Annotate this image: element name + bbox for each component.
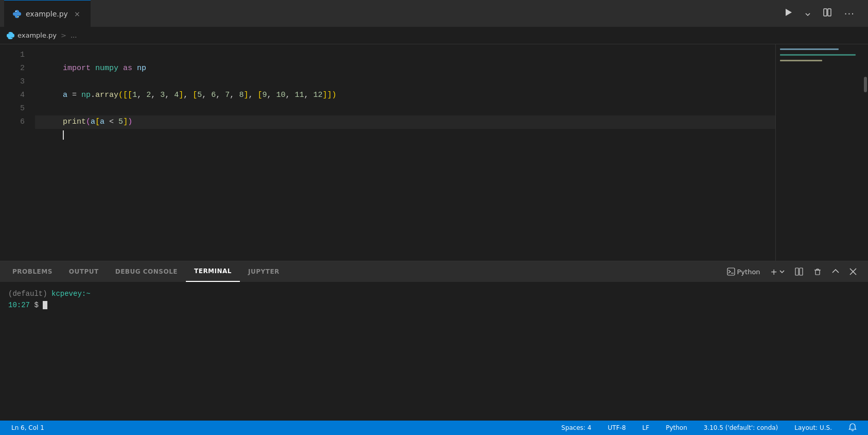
split-terminal-icon — [795, 267, 803, 276]
breadcrumb-python-icon — [6, 31, 14, 40]
tab-output[interactable]: OUTPUT — [61, 261, 107, 282]
terminal-icon — [727, 267, 735, 276]
chevron-down-icon — [805, 12, 810, 17]
status-version[interactable]: 3.10.5 ('default': conda) — [701, 423, 782, 432]
close-panel-button[interactable] — [846, 266, 860, 277]
line-numbers: 1 2 3 4 5 6 — [0, 44, 31, 261]
terminal-time: 10:27 — [8, 301, 30, 309]
tab-problems[interactable]: PROBLEMS — [4, 261, 61, 282]
close-icon — [849, 268, 857, 275]
python-icon — [12, 9, 22, 19]
maximize-panel-button[interactable] — [829, 266, 842, 277]
tab-list: example.py × — [4, 0, 91, 27]
panel-actions: Python + — [724, 265, 864, 278]
panel-tab-bar: PROBLEMS OUTPUT DEBUG CONSOLE TERMINAL J… — [0, 261, 868, 282]
code-line-5: print(a[a < 5]) — [35, 102, 775, 115]
svg-rect-8 — [800, 268, 803, 275]
code-line-6 — [35, 115, 775, 129]
svg-marker-2 — [786, 9, 792, 16]
terminal-line-2: 10:27 $ — [8, 299, 860, 311]
tab-jupyter[interactable]: JUPYTER — [240, 261, 288, 282]
run-icon — [784, 8, 793, 17]
tab-debug-console[interactable]: DEBUG CONSOLE — [107, 261, 186, 282]
terminal-line-1: (default) kcpevey:~ — [8, 288, 860, 299]
terminal-default-label: (default) — [8, 290, 51, 298]
code-line-1: import numpy as np — [35, 48, 775, 62]
terminal-username: kcpevey:~ — [51, 290, 91, 298]
more-actions-button[interactable]: ··· — [841, 6, 858, 21]
terminal-content[interactable]: (default) kcpevey:~ 10:27 $ — [0, 282, 868, 421]
status-spaces[interactable]: Spaces: 4 — [558, 423, 594, 432]
run-dropdown-button[interactable] — [802, 6, 813, 21]
breadcrumb-filename[interactable]: example.py — [18, 31, 57, 39]
code-line-2 — [35, 62, 775, 75]
svg-rect-7 — [795, 268, 798, 275]
tab-filename: example.py — [26, 10, 68, 18]
kill-terminal-button[interactable] — [810, 266, 825, 277]
status-bell[interactable] — [845, 422, 860, 434]
terminal-cursor — [43, 301, 47, 309]
split-icon — [823, 8, 832, 17]
status-layout[interactable]: Layout: U.S. — [791, 423, 835, 432]
split-editor-button[interactable] — [820, 6, 835, 21]
tab-terminal[interactable]: TERMINAL — [186, 261, 240, 282]
minimap — [775, 44, 868, 261]
status-ln-col[interactable]: Ln 6, Col 1 — [8, 423, 47, 432]
svg-rect-9 — [815, 270, 820, 275]
editor-scrollbar[interactable] — [863, 44, 868, 261]
chevron-down-small-icon — [779, 269, 785, 274]
tab-close-button[interactable]: × — [72, 9, 82, 19]
run-button[interactable] — [780, 6, 796, 21]
code-editor[interactable]: import numpy as np a = np.array([[1, 2, … — [31, 44, 775, 261]
status-language[interactable]: Python — [663, 423, 690, 432]
tab-example-py[interactable]: example.py × — [4, 0, 91, 27]
plus-icon: + — [771, 267, 777, 277]
code-line-3: a = np.array([[1, 2, 3, 4], [5, 6, 7, 8]… — [35, 75, 775, 89]
tab-bar-actions: ··· — [780, 6, 864, 21]
chevron-up-icon — [832, 268, 839, 275]
trash-icon — [813, 267, 822, 276]
status-eol[interactable]: LF — [639, 423, 653, 432]
terminal-shell-button[interactable]: Python — [724, 266, 763, 277]
svg-point-1 — [18, 16, 19, 17]
panel-tabs-list: PROBLEMS OUTPUT DEBUG CONSOLE TERMINAL J… — [4, 261, 288, 282]
svg-rect-4 — [828, 9, 831, 16]
terminal-dollar: $ — [30, 301, 43, 309]
status-encoding[interactable]: UTF-8 — [605, 423, 629, 432]
breadcrumb-trail[interactable]: ... — [71, 31, 77, 39]
editor-area: 1 2 3 4 5 6 import numpy as np a = np.ar… — [0, 44, 868, 261]
terminal-shell-label: Python — [737, 268, 760, 276]
status-bar: Ln 6, Col 1 Spaces: 4 UTF-8 LF Python 3.… — [0, 421, 868, 435]
tab-bar: example.py × ··· — [0, 0, 868, 27]
panel: PROBLEMS OUTPUT DEBUG CONSOLE TERMINAL J… — [0, 261, 868, 421]
new-terminal-button[interactable]: + — [768, 265, 788, 278]
breadcrumb-separator: > — [61, 31, 66, 39]
split-terminal-button[interactable] — [792, 266, 806, 277]
svg-rect-3 — [824, 9, 827, 16]
bell-icon — [848, 423, 857, 431]
svg-point-0 — [15, 11, 16, 12]
breadcrumb: example.py > ... — [0, 27, 868, 44]
code-line-4 — [35, 89, 775, 102]
